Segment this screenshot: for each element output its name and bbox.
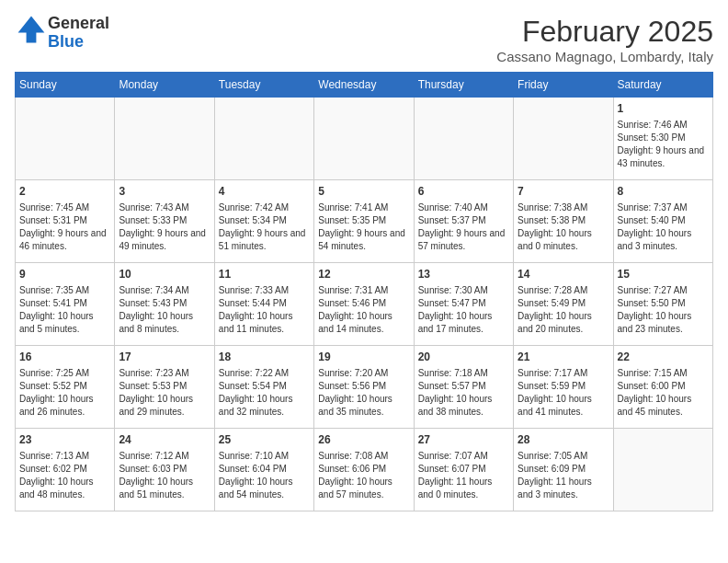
calendar-cell: 20Sunrise: 7:18 AM Sunset: 5:57 PM Dayli… [414, 346, 513, 429]
calendar-cell [214, 98, 313, 180]
calendar-cell: 19Sunrise: 7:20 AM Sunset: 5:56 PM Dayli… [314, 346, 414, 429]
day-number: 23 [19, 432, 110, 448]
weekday-header-tuesday: Tuesday [214, 73, 313, 98]
weekday-header-friday: Friday [514, 73, 613, 98]
calendar-week-3: 9Sunrise: 7:35 AM Sunset: 5:41 PM Daylig… [16, 263, 713, 346]
calendar-cell: 27Sunrise: 7:07 AM Sunset: 6:07 PM Dayli… [414, 429, 513, 511]
day-number: 4 [219, 184, 310, 200]
month-title: February 2025 [496, 15, 713, 49]
page-header: General Blue February 2025 Cassano Magna… [15, 15, 713, 64]
day-number: 8 [618, 184, 709, 200]
calendar-cell: 23Sunrise: 7:13 AM Sunset: 6:02 PM Dayli… [16, 429, 115, 511]
calendar-cell [115, 98, 214, 180]
logo-general: General [48, 14, 109, 32]
day-info: Sunrise: 7:15 AM Sunset: 6:00 PM Dayligh… [618, 367, 709, 419]
calendar-cell: 21Sunrise: 7:17 AM Sunset: 5:59 PM Dayli… [514, 346, 613, 429]
svg-marker-0 [18, 16, 45, 42]
calendar-cell: 16Sunrise: 7:25 AM Sunset: 5:52 PM Dayli… [16, 346, 115, 429]
day-number: 10 [119, 267, 210, 282]
day-info: Sunrise: 7:33 AM Sunset: 5:44 PM Dayligh… [219, 284, 310, 336]
day-info: Sunrise: 7:07 AM Sunset: 6:07 PM Dayligh… [418, 450, 509, 501]
calendar-cell: 3Sunrise: 7:43 AM Sunset: 5:33 PM Daylig… [115, 180, 214, 263]
day-info: Sunrise: 7:43 AM Sunset: 5:33 PM Dayligh… [119, 201, 210, 253]
calendar-cell: 13Sunrise: 7:30 AM Sunset: 5:47 PM Dayli… [414, 263, 513, 346]
day-number: 19 [318, 350, 409, 365]
day-number: 20 [418, 350, 509, 365]
calendar-cell: 18Sunrise: 7:22 AM Sunset: 5:54 PM Dayli… [214, 346, 313, 429]
day-info: Sunrise: 7:10 AM Sunset: 6:04 PM Dayligh… [219, 450, 310, 501]
weekday-header-row: SundayMondayTuesdayWednesdayThursdayFrid… [16, 73, 713, 98]
calendar-cell: 6Sunrise: 7:40 AM Sunset: 5:37 PM Daylig… [414, 180, 513, 263]
day-info: Sunrise: 7:05 AM Sunset: 6:09 PM Dayligh… [518, 450, 609, 501]
day-info: Sunrise: 7:18 AM Sunset: 5:57 PM Dayligh… [418, 367, 509, 419]
logo-blue: Blue [48, 32, 84, 51]
day-info: Sunrise: 7:31 AM Sunset: 5:46 PM Dayligh… [318, 284, 409, 336]
calendar-cell [613, 429, 712, 511]
calendar-week-2: 2Sunrise: 7:45 AM Sunset: 5:31 PM Daylig… [16, 180, 713, 263]
day-info: Sunrise: 7:17 AM Sunset: 5:59 PM Dayligh… [518, 367, 609, 419]
day-number: 27 [418, 432, 509, 448]
logo-icon [15, 13, 48, 46]
day-info: Sunrise: 7:41 AM Sunset: 5:35 PM Dayligh… [318, 201, 409, 253]
calendar-cell: 14Sunrise: 7:28 AM Sunset: 5:49 PM Dayli… [514, 263, 613, 346]
calendar-cell: 15Sunrise: 7:27 AM Sunset: 5:50 PM Dayli… [613, 263, 712, 346]
weekday-header-sunday: Sunday [16, 73, 115, 98]
day-info: Sunrise: 7:23 AM Sunset: 5:53 PM Dayligh… [119, 367, 210, 419]
calendar-cell: 9Sunrise: 7:35 AM Sunset: 5:41 PM Daylig… [16, 263, 115, 346]
day-info: Sunrise: 7:22 AM Sunset: 5:54 PM Dayligh… [219, 367, 310, 419]
day-number: 26 [318, 432, 409, 448]
calendar-cell: 22Sunrise: 7:15 AM Sunset: 6:00 PM Dayli… [613, 346, 712, 429]
day-info: Sunrise: 7:42 AM Sunset: 5:34 PM Dayligh… [219, 201, 310, 253]
calendar-cell [16, 98, 115, 180]
calendar-cell: 7Sunrise: 7:38 AM Sunset: 5:38 PM Daylig… [514, 180, 613, 263]
calendar-cell: 10Sunrise: 7:34 AM Sunset: 5:43 PM Dayli… [115, 263, 214, 346]
calendar-cell: 1Sunrise: 7:46 AM Sunset: 5:30 PM Daylig… [613, 98, 712, 180]
day-info: Sunrise: 7:25 AM Sunset: 5:52 PM Dayligh… [19, 367, 110, 419]
day-number: 9 [19, 267, 110, 282]
day-info: Sunrise: 7:30 AM Sunset: 5:47 PM Dayligh… [418, 284, 509, 336]
day-number: 25 [219, 432, 310, 448]
calendar-table: SundayMondayTuesdayWednesdayThursdayFrid… [15, 72, 713, 511]
calendar-cell [414, 98, 513, 180]
calendar-cell [514, 98, 613, 180]
calendar-cell: 11Sunrise: 7:33 AM Sunset: 5:44 PM Dayli… [214, 263, 313, 346]
day-info: Sunrise: 7:12 AM Sunset: 6:03 PM Dayligh… [119, 450, 210, 501]
day-number: 11 [219, 267, 310, 282]
day-number: 28 [518, 432, 609, 448]
day-info: Sunrise: 7:20 AM Sunset: 5:56 PM Dayligh… [318, 367, 409, 419]
calendar-week-4: 16Sunrise: 7:25 AM Sunset: 5:52 PM Dayli… [16, 346, 713, 429]
day-number: 16 [19, 350, 110, 365]
weekday-header-monday: Monday [115, 73, 214, 98]
calendar-cell: 25Sunrise: 7:10 AM Sunset: 6:04 PM Dayli… [214, 429, 313, 511]
day-info: Sunrise: 7:28 AM Sunset: 5:49 PM Dayligh… [518, 284, 609, 336]
weekday-header-saturday: Saturday [613, 73, 712, 98]
day-number: 2 [19, 184, 110, 200]
day-info: Sunrise: 7:40 AM Sunset: 5:37 PM Dayligh… [418, 201, 509, 253]
calendar-week-1: 1Sunrise: 7:46 AM Sunset: 5:30 PM Daylig… [16, 98, 713, 180]
logo: General Blue [15, 15, 109, 52]
day-number: 1 [618, 101, 709, 117]
title-block: February 2025 Cassano Magnago, Lombardy,… [496, 15, 713, 64]
day-number: 17 [119, 350, 210, 365]
day-info: Sunrise: 7:37 AM Sunset: 5:40 PM Dayligh… [618, 201, 709, 253]
day-info: Sunrise: 7:13 AM Sunset: 6:02 PM Dayligh… [19, 450, 110, 501]
calendar-cell: 24Sunrise: 7:12 AM Sunset: 6:03 PM Dayli… [115, 429, 214, 511]
weekday-header-thursday: Thursday [414, 73, 513, 98]
calendar-cell: 17Sunrise: 7:23 AM Sunset: 5:53 PM Dayli… [115, 346, 214, 429]
day-info: Sunrise: 7:34 AM Sunset: 5:43 PM Dayligh… [119, 284, 210, 336]
day-info: Sunrise: 7:38 AM Sunset: 5:38 PM Dayligh… [518, 201, 609, 253]
calendar-cell [314, 98, 414, 180]
day-number: 12 [318, 267, 409, 282]
location-subtitle: Cassano Magnago, Lombardy, Italy [496, 49, 713, 64]
calendar-week-5: 23Sunrise: 7:13 AM Sunset: 6:02 PM Dayli… [16, 429, 713, 511]
day-number: 22 [618, 350, 709, 365]
calendar-cell: 2Sunrise: 7:45 AM Sunset: 5:31 PM Daylig… [16, 180, 115, 263]
day-number: 7 [518, 184, 609, 200]
day-info: Sunrise: 7:46 AM Sunset: 5:30 PM Dayligh… [618, 119, 709, 170]
day-info: Sunrise: 7:35 AM Sunset: 5:41 PM Dayligh… [19, 284, 110, 336]
calendar-cell: 26Sunrise: 7:08 AM Sunset: 6:06 PM Dayli… [314, 429, 414, 511]
calendar-cell: 8Sunrise: 7:37 AM Sunset: 5:40 PM Daylig… [613, 180, 712, 263]
day-info: Sunrise: 7:45 AM Sunset: 5:31 PM Dayligh… [19, 201, 110, 253]
calendar-cell: 28Sunrise: 7:05 AM Sunset: 6:09 PM Dayli… [514, 429, 613, 511]
calendar-cell: 12Sunrise: 7:31 AM Sunset: 5:46 PM Dayli… [314, 263, 414, 346]
